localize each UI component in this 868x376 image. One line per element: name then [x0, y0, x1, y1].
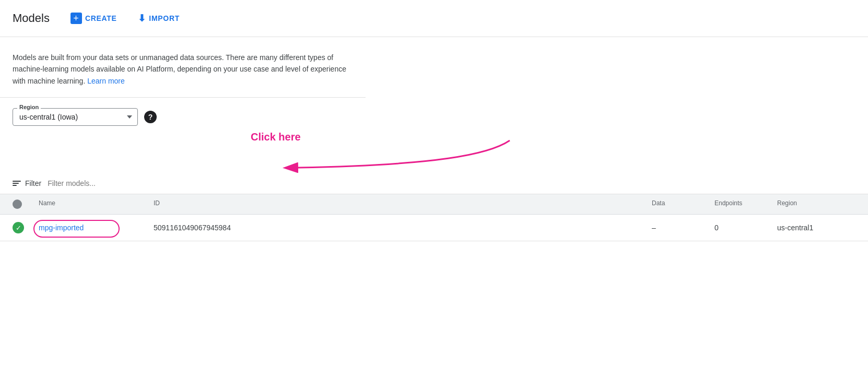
region-select[interactable]: Region us-central1 (Iowa)	[13, 108, 138, 126]
success-icon: ✓	[13, 222, 24, 233]
annotation-overlay: Click here	[0, 126, 868, 173]
col-header-region: Region	[777, 199, 855, 209]
col-header-checkbox	[13, 199, 39, 209]
col-header-id: ID	[154, 199, 652, 209]
filter-input[interactable]	[48, 179, 855, 187]
learn-more-link[interactable]: Learn more	[87, 77, 125, 85]
select-all-checkbox[interactable]	[13, 199, 22, 209]
col-header-name: Name	[39, 199, 154, 209]
page-container: Models + CREATE ⬇ IMPORT Models are buil…	[0, 0, 868, 241]
create-button[interactable]: + CREATE	[62, 8, 125, 28]
import-button[interactable]: ⬇ IMPORT	[130, 8, 188, 28]
col-header-data: Data	[652, 199, 714, 209]
page-header: Models + CREATE ⬇ IMPORT	[0, 0, 868, 37]
plus-icon: +	[71, 13, 82, 24]
chevron-down-icon	[127, 115, 132, 119]
annotation-container: Click here	[0, 126, 868, 173]
filter-label: Filter	[25, 179, 41, 187]
filter-icon	[13, 181, 21, 186]
table-header: Name ID Data Endpoints Region	[0, 194, 868, 215]
region-label: Region	[17, 104, 41, 110]
filter-bar: Filter	[0, 173, 868, 194]
row-name-cell: mpg-imported	[39, 224, 154, 232]
region-value: us-central1 (Iowa)	[19, 113, 78, 121]
model-endpoints: 0	[714, 224, 777, 232]
import-icon: ⬇	[138, 13, 146, 24]
model-name-link[interactable]: mpg-imported	[39, 224, 84, 232]
page-title: Models	[13, 11, 50, 25]
region-select-wrapper: Region us-central1 (Iowa) ?	[13, 108, 855, 126]
row-status: ✓	[13, 222, 39, 233]
model-id: 5091161049067945984	[154, 224, 652, 232]
create-label: CREATE	[85, 14, 117, 22]
description-text: Models are built from your data sets or …	[13, 52, 353, 87]
help-icon[interactable]: ?	[144, 111, 157, 123]
models-table: Name ID Data Endpoints Region ✓ mpg-impo…	[0, 194, 868, 241]
region-section: Region us-central1 (Iowa) ?	[0, 98, 868, 126]
click-here-label: Click here	[251, 131, 301, 143]
model-data: –	[652, 224, 714, 232]
table-row: ✓ mpg-imported 5091161049067945984 – 0 u…	[0, 215, 868, 241]
filter-label-group: Filter	[13, 179, 41, 187]
model-region: us-central1	[777, 224, 855, 232]
col-header-endpoints: Endpoints	[714, 199, 777, 209]
header-actions: + CREATE ⬇ IMPORT	[62, 8, 188, 28]
description-section: Models are built from your data sets or …	[0, 37, 366, 98]
import-label: IMPORT	[149, 14, 180, 22]
